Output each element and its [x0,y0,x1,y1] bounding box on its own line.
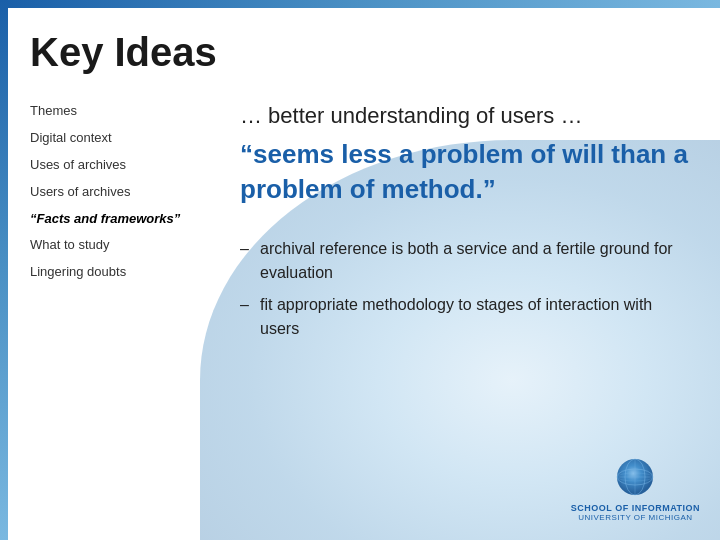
sidebar-item-users-of-archives[interactable]: Users of archives [30,184,220,201]
sidebar-item-themes[interactable]: Themes [30,103,220,120]
main-content: … better understanding of users … “seems… [240,103,690,349]
bullets-section: archival reference is both a service and… [240,237,690,341]
sidebar-item-digital-context[interactable]: Digital context [30,130,220,147]
logo-globe-icon [613,455,657,499]
sidebar-item-what-to-study[interactable]: What to study [30,237,220,254]
sidebar-item-facts-and-frameworks[interactable]: “Facts and frameworks” [30,211,220,228]
bullet-item: fit appropriate methodology to stages of… [240,293,690,341]
sidebar-item-uses-of-archives[interactable]: Uses of archives [30,157,220,174]
quote-section: … better understanding of users … “seems… [240,103,690,207]
logo-line2: UNIVERSITY OF MICHIGAN [571,513,700,522]
page-title: Key Ideas [20,20,690,75]
logo-line1: SCHOOL OF INFORMATION [571,503,700,513]
bullet-item: archival reference is both a service and… [240,237,690,285]
slide: Key Ideas ThemesDigital contextUses of a… [0,0,720,540]
sidebar: ThemesDigital contextUses of archivesUse… [20,103,220,349]
intro-text: … better understanding of users … [240,103,690,129]
block-quote: “seems less a problem of will than a pro… [240,137,690,207]
logo-area: SCHOOL OF INFORMATION UNIVERSITY OF MICH… [571,455,700,522]
sidebar-item-lingering-doubts[interactable]: Lingering doubts [30,264,220,281]
